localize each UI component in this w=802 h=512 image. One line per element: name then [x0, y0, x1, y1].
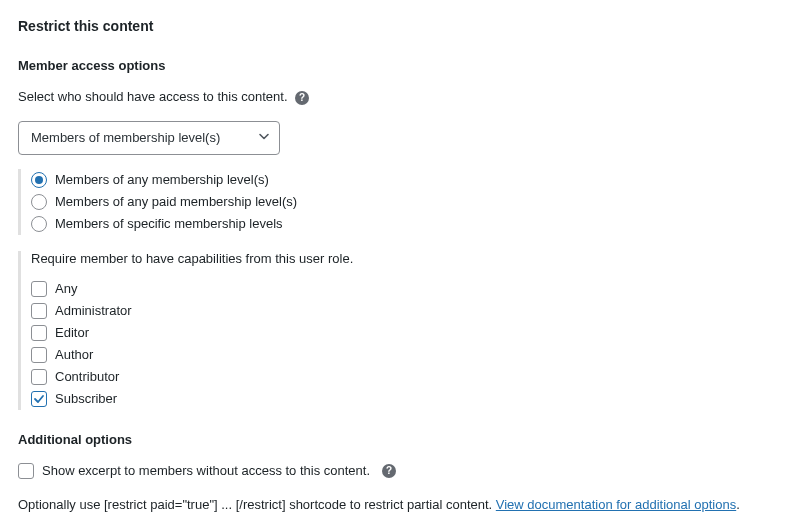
member-access-desc: Select who should have access to this co… — [18, 89, 784, 105]
membership-radio-option: Members of any paid membership level(s) — [31, 191, 784, 213]
role-checkbox-label[interactable]: Editor — [55, 325, 89, 340]
member-access-heading: Member access options — [18, 58, 784, 73]
additional-options-heading: Additional options — [18, 432, 784, 447]
role-checkbox-label[interactable]: Contributor — [55, 369, 119, 384]
shortcode-note: Optionally use [restrict paid="true"] ..… — [18, 497, 784, 512]
membership-radio-label[interactable]: Members of specific membership levels — [55, 216, 283, 231]
membership-level-select-wrap: Members of membership level(s) — [18, 121, 280, 155]
role-checkbox-option: Administrator — [31, 300, 784, 322]
role-block: Require member to have capabilities from… — [18, 251, 784, 410]
role-checkbox-option: Any — [31, 278, 784, 300]
membership-radio[interactable] — [31, 216, 47, 232]
help-icon[interactable]: ? — [295, 91, 309, 105]
membership-radio-option: Members of any membership level(s) — [31, 169, 784, 191]
excerpt-option-row: Show excerpt to members without access t… — [18, 463, 784, 479]
membership-radio[interactable] — [31, 194, 47, 210]
show-excerpt-label[interactable]: Show excerpt to members without access t… — [42, 463, 370, 478]
role-checkbox[interactable] — [31, 281, 47, 297]
membership-radio-label[interactable]: Members of any membership level(s) — [55, 172, 269, 187]
role-checkbox-option: Contributor — [31, 366, 784, 388]
member-access-desc-text: Select who should have access to this co… — [18, 89, 288, 104]
role-checkbox[interactable] — [31, 303, 47, 319]
role-checkbox-group: AnyAdministratorEditorAuthorContributorS… — [31, 278, 784, 410]
role-checkbox[interactable] — [31, 325, 47, 341]
membership-level-select[interactable]: Members of membership level(s) — [18, 121, 280, 155]
membership-radio[interactable] — [31, 172, 47, 188]
page-title: Restrict this content — [18, 18, 784, 34]
role-checkbox[interactable] — [31, 391, 47, 407]
role-checkbox[interactable] — [31, 347, 47, 363]
help-icon[interactable]: ? — [382, 464, 396, 478]
additional-options-section: Additional options Show excerpt to membe… — [18, 432, 784, 512]
role-checkbox-label[interactable]: Subscriber — [55, 391, 117, 406]
shortcode-note-prefix: Optionally use [restrict paid="true"] ..… — [18, 497, 496, 512]
role-checkbox[interactable] — [31, 369, 47, 385]
role-checkbox-label[interactable]: Administrator — [55, 303, 132, 318]
membership-radio-option: Members of specific membership levels — [31, 213, 784, 235]
role-requirement-text: Require member to have capabilities from… — [31, 251, 784, 266]
role-checkbox-option: Author — [31, 344, 784, 366]
shortcode-note-suffix: . — [736, 497, 740, 512]
show-excerpt-checkbox[interactable] — [18, 463, 34, 479]
membership-radio-label[interactable]: Members of any paid membership level(s) — [55, 194, 297, 209]
role-checkbox-label[interactable]: Any — [55, 281, 77, 296]
role-checkbox-option: Subscriber — [31, 388, 784, 410]
role-checkbox-option: Editor — [31, 322, 784, 344]
role-checkbox-label[interactable]: Author — [55, 347, 93, 362]
documentation-link[interactable]: View documentation for additional option… — [496, 497, 736, 512]
membership-radio-group: Members of any membership level(s)Member… — [18, 169, 784, 235]
